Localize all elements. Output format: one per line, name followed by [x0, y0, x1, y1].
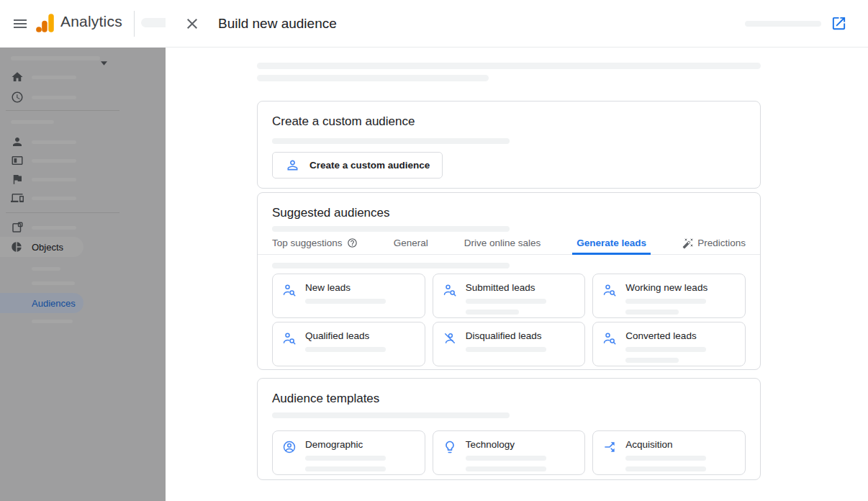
audience-card-disqualified-leads[interactable]: Disqualified leads — [433, 322, 586, 366]
analytics-app: Analytics — [0, 0, 868, 501]
placeholder-bar — [305, 466, 386, 471]
tab-generate-leads[interactable]: Generate leads — [572, 233, 651, 255]
person-search-icon — [602, 283, 617, 297]
tab-top-suggestions[interactable]: Top suggestions — [272, 233, 362, 255]
person-search-icon — [282, 331, 297, 346]
audience-card-label: Disqualified leads — [466, 330, 576, 341]
placeholder-bar — [625, 456, 706, 461]
audience-card-label: Submitted leads — [466, 282, 576, 293]
template-card-technology[interactable]: Technology — [433, 430, 586, 475]
placeholder-bar — [141, 18, 166, 27]
audience-card-label: Converted leads — [625, 330, 736, 341]
placeholder-bar — [466, 347, 546, 352]
custom-audience-card: Create a custom audience Create a custom… — [257, 101, 761, 189]
audience-card-label: New leads — [305, 282, 415, 293]
tab-label: Top suggestions — [272, 238, 343, 248]
person-search-icon — [602, 331, 617, 346]
placeholder-bar — [305, 299, 386, 304]
audience-card-label: Working new leads — [625, 282, 736, 293]
audience-card-converted-leads[interactable]: Converted leads — [592, 322, 746, 366]
tab-predictions[interactable]: Predictions — [678, 233, 746, 255]
build-audience-panel: Build new audience Create a custom audie… — [166, 0, 868, 501]
account-circle-icon — [282, 440, 297, 454]
modal-scrim[interactable] — [0, 48, 166, 501]
placeholder-bar — [272, 226, 510, 232]
audience-card-label: Qualified leads — [305, 330, 415, 341]
audience-card-new-leads[interactable]: New leads — [272, 274, 425, 318]
split-arrows-icon — [602, 440, 617, 454]
template-card-label: Acquisition — [625, 439, 736, 450]
placeholder-bar — [466, 456, 546, 461]
topbar-divider — [134, 11, 135, 37]
sidebar-nav: Objects Audiences — [0, 48, 166, 501]
audience-card-qualified-leads[interactable]: Qualified leads — [272, 322, 425, 366]
audience-templates-card: Audience templates Demographic — [257, 378, 761, 480]
suggested-audiences-grid: New leads Submitted leads — [272, 274, 746, 366]
panel-content: Create a custom audience Create a custom… — [257, 63, 761, 480]
section-title: Audience templates — [272, 392, 746, 406]
tab-label: Drive online sales — [464, 238, 541, 248]
placeholder-bar — [272, 412, 510, 418]
close-icon[interactable] — [184, 15, 201, 32]
audience-templates-grid: Demographic Technology — [272, 430, 746, 475]
template-card-label: Demographic — [305, 439, 415, 450]
placeholder-bar — [272, 138, 510, 144]
placeholder-bar — [257, 63, 761, 69]
placeholder-bar — [625, 347, 706, 352]
magic-wand-icon — [682, 238, 693, 248]
placeholder-bar — [625, 310, 679, 315]
button-label: Create a custom audience — [309, 160, 430, 171]
suggested-audiences-card: Suggested audiences Top suggestions Gene… — [257, 192, 761, 370]
lightbulb-icon — [443, 440, 457, 454]
placeholder-bar — [625, 299, 706, 304]
placeholder-bar — [272, 263, 510, 268]
person-off-icon — [443, 331, 457, 346]
person-icon — [285, 158, 300, 173]
placeholder-bar — [466, 310, 519, 315]
help-icon — [347, 238, 358, 248]
placeholder-bar — [257, 75, 489, 81]
page-title: Build new audience — [218, 16, 745, 32]
brand-name: Analytics — [60, 13, 122, 30]
audience-card-submitted-leads[interactable]: Submitted leads — [433, 274, 586, 318]
audience-card-working-new-leads[interactable]: Working new leads — [592, 274, 746, 318]
placeholder-bar — [466, 466, 546, 471]
hamburger-menu-icon[interactable] — [12, 15, 29, 32]
placeholder-bar — [745, 21, 821, 27]
analytics-logo-icon — [36, 12, 55, 37]
tab-label: Generate leads — [577, 238, 646, 248]
panel-header: Build new audience — [166, 0, 868, 48]
template-card-acquisition[interactable]: Acquisition — [592, 430, 746, 475]
create-custom-audience-button[interactable]: Create a custom audience — [272, 152, 443, 179]
tab-general[interactable]: General — [389, 233, 433, 255]
tab-label: General — [394, 238, 428, 248]
placeholder-bar — [466, 299, 546, 304]
tab-drive-online-sales[interactable]: Drive online sales — [460, 233, 546, 255]
template-card-demographic[interactable]: Demographic — [272, 430, 425, 475]
section-title: Suggested audiences — [272, 206, 746, 220]
person-search-icon — [282, 283, 297, 297]
suggested-audiences-tabs: Top suggestions General Drive online sal… — [258, 233, 760, 255]
placeholder-bar — [305, 456, 386, 461]
placeholder-bar — [625, 466, 706, 471]
section-title: Create a custom audience — [272, 114, 746, 129]
placeholder-bar — [305, 347, 386, 352]
person-search-icon — [443, 283, 457, 297]
template-card-label: Technology — [466, 439, 576, 450]
tab-label: Predictions — [697, 238, 746, 248]
placeholder-bar — [625, 358, 679, 363]
app-topbar: Analytics — [0, 0, 166, 48]
open-in-new-icon[interactable] — [830, 15, 847, 32]
